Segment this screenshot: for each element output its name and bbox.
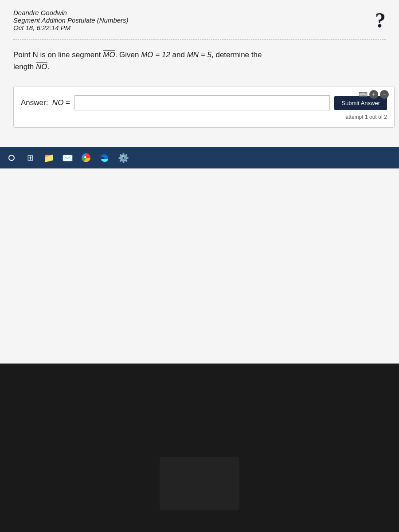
zoom-in-button[interactable]: + bbox=[369, 90, 378, 99]
header-section: Deandre Goodwin Segment Addition Postula… bbox=[13, 9, 386, 31]
attempt-text: attempt 1 out of 2 bbox=[21, 114, 387, 120]
length-no: NO bbox=[36, 63, 47, 71]
answer-toolbar: ⌨ + − bbox=[359, 90, 389, 99]
zoom-out-button[interactable]: − bbox=[380, 90, 389, 99]
equation-mn: MN = 5 bbox=[187, 51, 211, 59]
question-text-line2: length bbox=[13, 63, 36, 71]
question-period: . bbox=[47, 63, 50, 71]
answer-label: Answer: NO = bbox=[21, 98, 70, 107]
main-content: ? Deandre Goodwin Segment Addition Postu… bbox=[0, 0, 399, 364]
taskbar-settings-button[interactable]: ⚙️ bbox=[115, 150, 131, 166]
question-text-part1: Point N is on line segment bbox=[13, 51, 103, 59]
mail-icon: ✉️ bbox=[62, 153, 73, 163]
section-divider bbox=[13, 39, 386, 40]
taskbar: ⊞ 📁 ✉️ ⚙️ bbox=[0, 147, 399, 168]
laptop-reflection bbox=[160, 457, 239, 510]
taskbar-edge-button[interactable] bbox=[97, 150, 113, 166]
assignment-title: Segment Addition Postulate (Numbers) bbox=[13, 16, 386, 24]
settings-icon: ⚙️ bbox=[118, 153, 129, 163]
student-name: Deandre Goodwin bbox=[13, 9, 386, 16]
help-icon[interactable]: ? bbox=[375, 8, 386, 32]
question-text-part2: . Given bbox=[115, 51, 141, 59]
taskbar-mail-button[interactable]: ✉️ bbox=[59, 150, 75, 166]
taskbar-start-button[interactable] bbox=[4, 150, 20, 166]
taskbar-taskview-button[interactable]: ⊞ bbox=[22, 150, 38, 166]
question-text-part4: , determine the bbox=[211, 51, 262, 59]
keyboard-icon: ⌨ bbox=[359, 91, 368, 98]
date-time: Oct 18, 6:22:14 PM bbox=[13, 24, 386, 31]
equation-mo: MO = 12 bbox=[141, 51, 170, 59]
taskbar-chrome-button[interactable] bbox=[78, 150, 94, 166]
question-text: Point N is on line segment MO. Given MO … bbox=[13, 49, 386, 73]
edge-icon bbox=[99, 153, 110, 163]
answer-box: ⌨ + − Answer: NO = Submit Answer attempt… bbox=[13, 86, 395, 128]
start-circle-icon bbox=[8, 155, 15, 161]
question-text-part3: and bbox=[170, 51, 187, 59]
segment-mo: MO bbox=[103, 51, 115, 59]
chrome-icon bbox=[81, 153, 91, 163]
taskbar-fileexplorer-button[interactable]: 📁 bbox=[41, 150, 57, 166]
answer-row: Answer: NO = Submit Answer bbox=[21, 95, 387, 110]
taskview-icon: ⊞ bbox=[27, 153, 34, 163]
fileexplorer-icon: 📁 bbox=[43, 153, 55, 163]
dark-background bbox=[0, 364, 399, 532]
answer-input[interactable] bbox=[74, 95, 330, 110]
